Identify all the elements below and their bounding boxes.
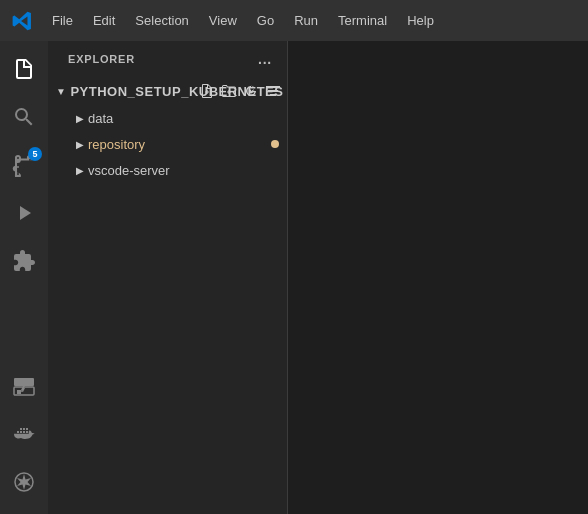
- new-file-button[interactable]: [197, 81, 217, 101]
- menu-help[interactable]: Help: [399, 9, 442, 32]
- svg-point-2: [17, 390, 19, 392]
- menubar: File Edit Selection View Go Run Terminal…: [0, 0, 588, 41]
- menu-selection[interactable]: Selection: [127, 9, 196, 32]
- editor-area: [288, 41, 588, 514]
- new-folder-button[interactable]: [219, 81, 239, 101]
- explorer-tree: ▼ PYTHON_SETUP_KUBERNETES: [48, 73, 287, 514]
- activity-icon-explorer[interactable]: [0, 45, 48, 93]
- item-chevron-vscode-server-icon: ▶: [76, 165, 84, 176]
- item-label-vscode-server: vscode-server: [88, 163, 170, 178]
- section-chevron-icon: ▼: [56, 86, 66, 97]
- sidebar: Explorer ... ▼ PYTHON_SETUP_KUBERNETES: [48, 41, 288, 514]
- menu-view[interactable]: View: [201, 9, 245, 32]
- activity-bar-bottom: [0, 362, 48, 514]
- activity-icon-remote[interactable]: [0, 362, 48, 410]
- refresh-button[interactable]: [241, 81, 261, 101]
- menu-file[interactable]: File: [44, 9, 81, 32]
- tree-item-vscode-server[interactable]: ▶ vscode-server: [48, 157, 287, 183]
- sidebar-more-button[interactable]: ...: [255, 49, 275, 69]
- item-chevron-data-icon: ▶: [76, 113, 84, 124]
- menu-terminal[interactable]: Terminal: [330, 9, 395, 32]
- svg-marker-5: [17, 474, 31, 490]
- tree-section-python-setup[interactable]: ▼ PYTHON_SETUP_KUBERNETES: [48, 77, 287, 105]
- app-logo: [8, 7, 36, 35]
- activity-icon-extensions[interactable]: [0, 237, 48, 285]
- tree-item-repository[interactable]: ▶ repository: [48, 131, 287, 157]
- svg-point-3: [21, 390, 23, 392]
- item-label-repository: repository: [88, 137, 145, 152]
- sidebar-header: Explorer ...: [48, 41, 287, 73]
- svg-rect-0: [14, 378, 34, 386]
- activity-icon-docker[interactable]: [0, 410, 48, 458]
- menu-edit[interactable]: Edit: [85, 9, 123, 32]
- tree-item-data[interactable]: ▶ data: [48, 105, 287, 131]
- activity-icon-kubernetes[interactable]: [0, 458, 48, 506]
- activity-icon-source-control[interactable]: 5: [0, 141, 48, 189]
- item-chevron-repository-icon: ▶: [76, 139, 84, 150]
- sidebar-title: Explorer: [68, 53, 135, 65]
- item-modified-dot: [271, 140, 279, 148]
- menu-run[interactable]: Run: [286, 9, 326, 32]
- collapse-button[interactable]: [263, 81, 283, 101]
- activity-bar: 5: [0, 41, 48, 514]
- sidebar-header-actions: ...: [255, 49, 275, 69]
- activity-icon-run-debug[interactable]: [0, 189, 48, 237]
- main-layout: 5: [0, 41, 588, 514]
- item-label-data: data: [88, 111, 113, 126]
- activity-icon-search[interactable]: [0, 93, 48, 141]
- tree-root: ▼ PYTHON_SETUP_KUBERNETES: [48, 75, 287, 185]
- source-control-badge: 5: [28, 147, 42, 161]
- section-actions: [197, 81, 283, 101]
- menu-go[interactable]: Go: [249, 9, 282, 32]
